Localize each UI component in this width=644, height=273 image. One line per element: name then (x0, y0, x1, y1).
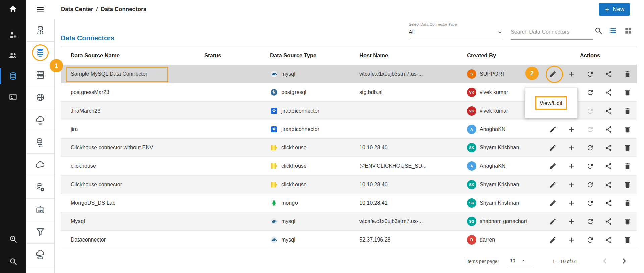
refresh-button[interactable] (583, 86, 597, 99)
add-button[interactable] (564, 141, 579, 154)
menu-toggle-button[interactable] (36, 5, 45, 14)
data-center-icon (9, 72, 17, 80)
jira-logo-icon (270, 125, 278, 133)
refresh-icon (586, 236, 594, 244)
add-button[interactable] (564, 196, 579, 210)
table-row[interactable]: MongoDS_DS Labmongo10.10.28.41SKShyam Kr… (61, 194, 637, 212)
previous-page-button[interactable] (600, 256, 610, 266)
table-row[interactable]: jirajiraapiconnectorAAnaghaKN (61, 120, 637, 139)
delete-button[interactable] (620, 178, 635, 191)
new-button[interactable]: New (599, 3, 630, 16)
search-button[interactable] (594, 26, 603, 35)
rail-item-data-sync[interactable] (26, 131, 54, 154)
table-row[interactable]: Clickhouse connectorclickhouse10.10.28.4… (61, 176, 637, 194)
share-button[interactable] (601, 104, 616, 118)
items-per-page-select[interactable]: 10 (508, 257, 533, 266)
connector-type-select-value: All (409, 29, 415, 36)
search-input[interactable] (511, 27, 593, 39)
share-button[interactable] (601, 86, 616, 99)
add-button[interactable] (564, 215, 579, 228)
refresh-button[interactable] (583, 123, 597, 136)
sidebar-item-user-admin[interactable] (0, 28, 26, 42)
edit-button[interactable] (545, 123, 560, 136)
items-per-page-value: 10 (510, 258, 515, 263)
delete-button[interactable] (620, 159, 635, 173)
refresh-button[interactable] (583, 159, 597, 173)
rail-item-data-sandbox[interactable] (26, 154, 54, 176)
share-button[interactable] (601, 215, 616, 228)
rail-item-data-lake[interactable] (26, 244, 54, 266)
sidebar-item-home[interactable] (0, 2, 26, 16)
column-header-host-name: Host Name (359, 52, 467, 59)
edit-button[interactable] (545, 159, 560, 173)
delete-button[interactable] (620, 86, 635, 99)
add-button[interactable] (564, 123, 579, 136)
share-button[interactable] (601, 196, 616, 210)
table-row[interactable]: Clickhouse connector without ENVclickhou… (61, 139, 637, 157)
delete-button[interactable] (620, 141, 635, 154)
refresh-button[interactable] (583, 141, 597, 154)
rail-item-data-pipeline[interactable] (26, 221, 54, 244)
share-button[interactable] (601, 233, 616, 247)
delete-button[interactable] (620, 215, 635, 228)
edit-button[interactable] (545, 141, 560, 154)
refresh-button[interactable] (583, 215, 597, 228)
share-icon (605, 199, 612, 207)
data-connectors-icon (35, 48, 45, 58)
edit-button[interactable] (545, 233, 560, 247)
delete-button[interactable] (620, 104, 635, 118)
rail-item-data-store[interactable] (26, 109, 54, 131)
share-button[interactable] (601, 67, 616, 81)
sidebar-item-user-groups[interactable] (0, 49, 26, 62)
refresh-button[interactable] (583, 104, 597, 118)
share-button[interactable] (601, 123, 616, 136)
refresh-button[interactable] (583, 196, 597, 210)
breadcrumb-section[interactable]: Data Center (61, 6, 93, 13)
sidebar-item-data-center[interactable] (0, 69, 26, 83)
delete-button[interactable] (620, 67, 635, 81)
refresh-button[interactable] (583, 178, 597, 191)
refresh-button[interactable] (583, 233, 597, 247)
add-button[interactable] (564, 233, 579, 247)
plus-icon (568, 162, 575, 170)
edit-button[interactable] (545, 196, 560, 210)
add-button[interactable] (564, 159, 579, 173)
refresh-button[interactable] (583, 67, 597, 81)
add-button[interactable] (564, 67, 579, 81)
sidebar-item-search-settings[interactable] (0, 234, 26, 244)
created-by: SGshabnam ganachari (467, 217, 543, 226)
data-source-type: mongo (270, 199, 359, 207)
add-button[interactable] (564, 178, 579, 191)
delete-button[interactable] (620, 233, 635, 247)
avatar: VK (467, 88, 476, 97)
rail-item-data-connectors[interactable] (26, 42, 54, 64)
delete-button[interactable] (620, 196, 635, 210)
share-button[interactable] (601, 159, 616, 173)
table-row[interactable]: Mysqlmysqlwtcafe.c1x0ujb3stm7.us-...SGsh… (61, 212, 637, 231)
rail-item-data-center[interactable] (26, 19, 54, 42)
rail-item-data-catalog[interactable] (26, 86, 54, 109)
connector-type-select[interactable]: Select Data Connector Type All (409, 22, 503, 39)
refresh-icon (586, 181, 594, 189)
search-settings-icon (9, 234, 18, 244)
table-row[interactable]: clickhouseclickhouse@ENV.CLICKHOUSE_SD..… (61, 157, 637, 176)
edit-button[interactable] (545, 215, 560, 228)
next-page-button[interactable] (619, 256, 629, 266)
delete-button[interactable] (620, 123, 635, 136)
trash-icon (624, 162, 631, 170)
sidebar-item-user-directory[interactable] (0, 90, 26, 104)
edit-button[interactable] (545, 178, 560, 191)
sidebar-item-global-search[interactable] (0, 257, 26, 266)
share-button[interactable] (601, 178, 616, 191)
clickhouse-logo-icon (270, 181, 278, 189)
trash-icon (624, 218, 631, 225)
grid-view-button[interactable] (624, 26, 633, 35)
table-row[interactable]: Dataconnectormysql52.37.196.28Ddarren (61, 231, 637, 249)
list-view-button[interactable] (608, 26, 617, 35)
rail-item-api-connectors[interactable] (26, 199, 54, 221)
user-directory-icon (9, 93, 17, 101)
trash-icon (624, 181, 631, 189)
global-search-icon (9, 257, 18, 266)
share-button[interactable] (601, 141, 616, 154)
rail-item-data-settings[interactable] (26, 176, 54, 199)
